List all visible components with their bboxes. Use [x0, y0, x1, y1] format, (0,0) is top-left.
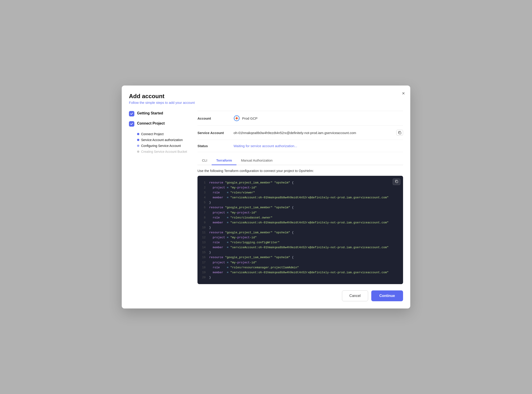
code-line: 16resource "google_project_iam_member" "…: [201, 255, 400, 260]
status-label: Status: [198, 144, 233, 148]
sidebar-step-getting-started: Getting Started: [129, 111, 192, 116]
copy-service-account-button[interactable]: [396, 130, 403, 136]
service-account-value: oh-01hmakqea8b0w4h9ezdt4n52rx@definitely…: [233, 130, 403, 136]
copy-code-button[interactable]: [393, 178, 400, 185]
dot-connect-project: [137, 133, 139, 135]
code-line: 5}: [201, 200, 400, 205]
code-line: 11resource "google_project_iam_member" "…: [201, 230, 400, 235]
code-line: 1resource "google_project_iam_member" "o…: [201, 180, 400, 185]
step2-check-icon: [129, 121, 134, 127]
tab-cli[interactable]: CLI: [198, 156, 212, 165]
copy-icon: [398, 131, 401, 135]
status-text: Waiting for service account authorizatio…: [233, 144, 297, 148]
code-line: 14 member = "serviceAccount:oh-01hmakqea…: [201, 245, 400, 250]
sidebar: Getting Started Connect Project Connect …: [129, 111, 192, 284]
sub-label-creating-bucket: Creating Service Account Bucket: [141, 150, 187, 153]
status-row: Status Waiting for service account autho…: [198, 140, 403, 152]
copy-code-icon: [395, 180, 398, 183]
dot-creating-bucket: [137, 150, 139, 153]
account-value: Prod GCP: [233, 115, 403, 121]
continue-button[interactable]: Continue: [371, 290, 403, 301]
service-account-label: Service Account: [198, 131, 233, 135]
modal-body: Getting Started Connect Project Connect …: [129, 111, 403, 284]
gcp-icon: [233, 115, 240, 121]
service-account-row: Service Account oh-01hmakqea8b0w4h9ezdt4…: [198, 126, 403, 140]
code-line: 18 role = "roles/resourcemanager.project…: [201, 265, 400, 270]
sub-item-creating-bucket: Creating Service Account Bucket: [137, 149, 192, 155]
step2-label: Connect Project: [137, 121, 165, 125]
code-line: 6resource "google_project_iam_member" "o…: [201, 205, 400, 210]
code-line: 3 role = "roles/viewer": [201, 190, 400, 195]
code-line: 2 project = "my-project-id": [201, 185, 400, 190]
code-line: 10}: [201, 225, 400, 230]
account-row: Account Prod GCP: [198, 111, 403, 126]
cancel-button[interactable]: Cancel: [342, 290, 368, 301]
code-line: 13 role = "roles/logging.configWriter": [201, 240, 400, 245]
info-table: Account Prod GCP Service: [198, 111, 403, 152]
sidebar-step-connect-project: Connect Project: [129, 121, 192, 127]
code-line: 9 member = "serviceAccount:oh-01hmakqea8…: [201, 220, 400, 225]
step1-label: Getting Started: [137, 111, 163, 115]
status-value: Waiting for service account authorizatio…: [233, 144, 403, 148]
modal-title: Add account: [129, 93, 403, 100]
code-line: 19 member = "serviceAccount:oh-01hmakqea…: [201, 270, 400, 275]
modal-footer: Cancel Continue: [129, 290, 403, 301]
sidebar-sub-items: Connect Project Service Account authoriz…: [137, 131, 192, 155]
sub-label-service-account-auth: Service Account authorization: [141, 138, 182, 142]
sub-item-connect-project: Connect Project: [137, 131, 192, 137]
tab-manual-authorization[interactable]: Manual Authorization: [237, 156, 277, 165]
code-lines-container: 1resource "google_project_iam_member" "o…: [201, 180, 400, 280]
code-line: 8 role = "roles/cloudasset.owner": [201, 215, 400, 220]
add-account-modal: Add account Follow the simple steps to a…: [122, 86, 410, 308]
sub-label-connect-project: Connect Project: [141, 132, 164, 136]
code-line: 20}: [201, 275, 400, 280]
code-line: 12 project = "my-project-id": [201, 235, 400, 240]
code-line: 7 project = "my-project-id": [201, 210, 400, 215]
svg-rect-1: [399, 132, 401, 134]
tab-description: Use the following Terraform configuratio…: [198, 169, 403, 173]
dot-service-account-auth: [137, 139, 139, 141]
account-name: Prod GCP: [242, 116, 258, 120]
modal-header: Add account Follow the simple steps to a…: [129, 93, 403, 104]
svg-rect-2: [396, 181, 398, 183]
account-label: Account: [198, 116, 233, 120]
step1-check-icon: [129, 111, 134, 116]
dot-configuring-service-account: [137, 145, 139, 147]
sub-label-configuring-service-account: Configuring Service Account: [141, 144, 181, 148]
code-line: 4 member = "serviceAccount:oh-01hmakqea8…: [201, 195, 400, 200]
code-line: 17 project = "my-project-id": [201, 260, 400, 265]
tab-terraform[interactable]: Terraform: [212, 156, 237, 165]
service-account-email: oh-01hmakqea8b0w4h9ezdt4n52rx@definitely…: [233, 131, 356, 135]
sub-item-service-account-auth: Service Account authorization: [137, 137, 192, 143]
close-button[interactable]: ×: [402, 91, 405, 96]
main-content: Account Prod GCP Service: [198, 111, 403, 284]
code-line: 15}: [201, 250, 400, 255]
modal-subtitle: Follow the simple steps to add your acco…: [129, 101, 403, 104]
code-block[interactable]: 1resource "google_project_iam_member" "o…: [198, 176, 403, 284]
tabs-bar: CLI Terraform Manual Authorization: [198, 156, 403, 165]
sub-item-configuring-service-account: Configuring Service Account: [137, 143, 192, 149]
